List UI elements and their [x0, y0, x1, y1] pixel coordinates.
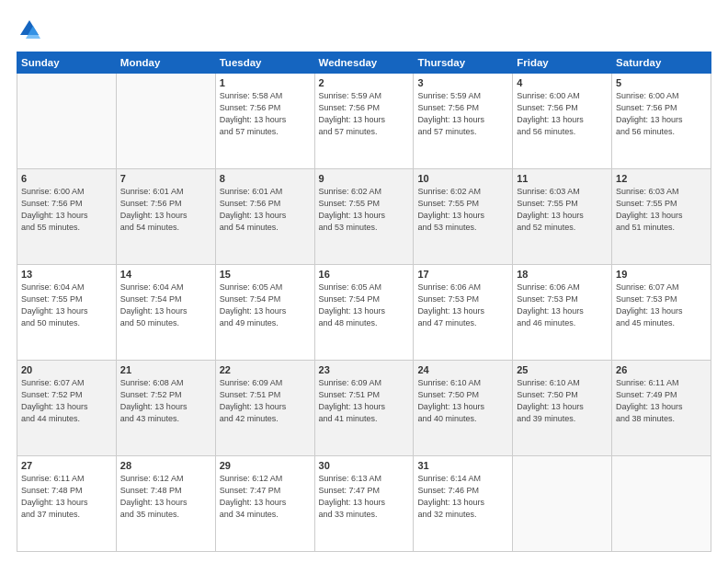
calendar-cell: 2Sunrise: 5:59 AM Sunset: 7:56 PM Daylig…: [314, 74, 414, 169]
calendar-cell: 14Sunrise: 6:04 AM Sunset: 7:54 PM Dayli…: [116, 265, 215, 361]
calendar-cell: 29Sunrise: 6:12 AM Sunset: 7:47 PM Dayli…: [215, 456, 314, 552]
week-row-2: 6Sunrise: 6:00 AM Sunset: 7:56 PM Daylig…: [17, 169, 711, 265]
day-info: Sunrise: 6:04 AM Sunset: 7:55 PM Dayligh…: [21, 282, 112, 329]
calendar-cell: [116, 74, 215, 169]
calendar-cell: 3Sunrise: 5:59 AM Sunset: 7:56 PM Daylig…: [414, 74, 513, 169]
calendar-cell: 8Sunrise: 6:01 AM Sunset: 7:56 PM Daylig…: [215, 169, 314, 265]
day-number: 27: [21, 460, 112, 471]
calendar-cell: 19Sunrise: 6:07 AM Sunset: 7:53 PM Dayli…: [612, 265, 711, 361]
day-info: Sunrise: 6:08 AM Sunset: 7:52 PM Dayligh…: [120, 377, 211, 425]
day-number: 31: [417, 460, 508, 471]
weekday-header-tuesday: Tuesday: [215, 52, 314, 74]
day-info: Sunrise: 6:06 AM Sunset: 7:53 PM Dayligh…: [417, 282, 508, 329]
day-number: 18: [517, 269, 608, 280]
weekday-header-row: SundayMondayTuesdayWednesdayThursdayFrid…: [17, 52, 711, 74]
day-info: Sunrise: 6:02 AM Sunset: 7:55 PM Dayligh…: [319, 186, 410, 234]
day-info: Sunrise: 6:13 AM Sunset: 7:47 PM Dayligh…: [319, 473, 410, 521]
weekday-header-sunday: Sunday: [17, 52, 117, 74]
day-info: Sunrise: 5:59 AM Sunset: 7:56 PM Dayligh…: [417, 90, 508, 138]
day-number: 5: [616, 77, 707, 88]
day-info: Sunrise: 6:05 AM Sunset: 7:54 PM Dayligh…: [220, 282, 311, 329]
calendar-cell: [513, 456, 612, 552]
calendar-cell: 26Sunrise: 6:11 AM Sunset: 7:49 PM Dayli…: [612, 361, 711, 456]
calendar-cell: 7Sunrise: 6:01 AM Sunset: 7:56 PM Daylig…: [116, 169, 215, 265]
weekday-header-thursday: Thursday: [414, 52, 513, 74]
page: SundayMondayTuesdayWednesdayThursdayFrid…: [0, 0, 728, 563]
calendar-cell: 18Sunrise: 6:06 AM Sunset: 7:53 PM Dayli…: [513, 265, 612, 361]
calendar-cell: 1Sunrise: 5:58 AM Sunset: 7:56 PM Daylig…: [215, 74, 314, 169]
day-info: Sunrise: 6:11 AM Sunset: 7:48 PM Dayligh…: [21, 473, 112, 521]
day-info: Sunrise: 6:09 AM Sunset: 7:51 PM Dayligh…: [319, 377, 410, 425]
day-number: 25: [517, 364, 608, 375]
calendar-cell: 5Sunrise: 6:00 AM Sunset: 7:56 PM Daylig…: [612, 74, 711, 169]
calendar-cell: 28Sunrise: 6:12 AM Sunset: 7:48 PM Dayli…: [116, 456, 215, 552]
calendar-cell: 25Sunrise: 6:10 AM Sunset: 7:50 PM Dayli…: [513, 361, 612, 456]
day-info: Sunrise: 6:03 AM Sunset: 7:55 PM Dayligh…: [616, 186, 707, 234]
calendar-cell: 12Sunrise: 6:03 AM Sunset: 7:55 PM Dayli…: [612, 169, 711, 265]
day-number: 9: [319, 173, 410, 184]
day-info: Sunrise: 6:09 AM Sunset: 7:51 PM Dayligh…: [220, 377, 311, 425]
calendar-cell: 6Sunrise: 6:00 AM Sunset: 7:56 PM Daylig…: [17, 169, 117, 265]
day-number: 24: [417, 364, 508, 375]
week-row-1: 1Sunrise: 5:58 AM Sunset: 7:56 PM Daylig…: [17, 74, 711, 169]
day-number: 28: [120, 460, 211, 471]
day-info: Sunrise: 6:07 AM Sunset: 7:53 PM Dayligh…: [616, 282, 707, 329]
day-info: Sunrise: 5:59 AM Sunset: 7:56 PM Dayligh…: [319, 90, 410, 138]
day-number: 2: [319, 77, 410, 88]
day-info: Sunrise: 6:07 AM Sunset: 7:52 PM Dayligh…: [21, 377, 112, 425]
day-info: Sunrise: 6:12 AM Sunset: 7:47 PM Dayligh…: [220, 473, 311, 521]
day-number: 3: [417, 77, 508, 88]
day-number: 19: [616, 269, 707, 280]
day-number: 22: [220, 364, 311, 375]
day-number: 11: [517, 173, 608, 184]
calendar-cell: 31Sunrise: 6:14 AM Sunset: 7:46 PM Dayli…: [414, 456, 513, 552]
weekday-header-saturday: Saturday: [612, 52, 711, 74]
day-info: Sunrise: 6:11 AM Sunset: 7:49 PM Dayligh…: [616, 377, 707, 425]
day-info: Sunrise: 6:06 AM Sunset: 7:53 PM Dayligh…: [517, 282, 608, 329]
day-number: 29: [220, 460, 311, 471]
day-info: Sunrise: 6:02 AM Sunset: 7:55 PM Dayligh…: [417, 186, 508, 234]
day-number: 17: [417, 269, 508, 280]
logo: [17, 17, 46, 42]
day-info: Sunrise: 6:05 AM Sunset: 7:54 PM Dayligh…: [319, 282, 410, 329]
weekday-header-wednesday: Wednesday: [314, 52, 414, 74]
week-row-3: 13Sunrise: 6:04 AM Sunset: 7:55 PM Dayli…: [17, 265, 711, 361]
calendar-cell: 20Sunrise: 6:07 AM Sunset: 7:52 PM Dayli…: [17, 361, 117, 456]
day-number: 10: [417, 173, 508, 184]
logo-icon: [17, 17, 42, 42]
day-info: Sunrise: 6:03 AM Sunset: 7:55 PM Dayligh…: [517, 186, 608, 234]
day-number: 14: [120, 269, 211, 280]
calendar-cell: 13Sunrise: 6:04 AM Sunset: 7:55 PM Dayli…: [17, 265, 117, 361]
day-number: 13: [21, 269, 112, 280]
day-number: 4: [517, 77, 608, 88]
weekday-header-friday: Friday: [513, 52, 612, 74]
day-number: 12: [616, 173, 707, 184]
calendar-table: SundayMondayTuesdayWednesdayThursdayFrid…: [17, 52, 711, 552]
day-info: Sunrise: 6:00 AM Sunset: 7:56 PM Dayligh…: [21, 186, 112, 234]
calendar-cell: [17, 74, 117, 169]
weekday-header-monday: Monday: [116, 52, 215, 74]
day-number: 23: [319, 364, 410, 375]
day-info: Sunrise: 6:04 AM Sunset: 7:54 PM Dayligh…: [120, 282, 211, 329]
week-row-4: 20Sunrise: 6:07 AM Sunset: 7:52 PM Dayli…: [17, 361, 711, 456]
day-info: Sunrise: 6:00 AM Sunset: 7:56 PM Dayligh…: [517, 90, 608, 138]
header: [17, 17, 711, 42]
calendar-cell: 10Sunrise: 6:02 AM Sunset: 7:55 PM Dayli…: [414, 169, 513, 265]
calendar-cell: 30Sunrise: 6:13 AM Sunset: 7:47 PM Dayli…: [314, 456, 414, 552]
calendar-cell: 9Sunrise: 6:02 AM Sunset: 7:55 PM Daylig…: [314, 169, 414, 265]
week-row-5: 27Sunrise: 6:11 AM Sunset: 7:48 PM Dayli…: [17, 456, 711, 552]
day-info: Sunrise: 6:14 AM Sunset: 7:46 PM Dayligh…: [417, 473, 508, 521]
day-number: 6: [21, 173, 112, 184]
day-number: 26: [616, 364, 707, 375]
calendar-cell: 27Sunrise: 6:11 AM Sunset: 7:48 PM Dayli…: [17, 456, 117, 552]
day-info: Sunrise: 6:01 AM Sunset: 7:56 PM Dayligh…: [220, 186, 311, 234]
calendar-cell: 23Sunrise: 6:09 AM Sunset: 7:51 PM Dayli…: [314, 361, 414, 456]
day-info: Sunrise: 6:10 AM Sunset: 7:50 PM Dayligh…: [517, 377, 608, 425]
day-info: Sunrise: 6:10 AM Sunset: 7:50 PM Dayligh…: [417, 377, 508, 425]
calendar-cell: 24Sunrise: 6:10 AM Sunset: 7:50 PM Dayli…: [414, 361, 513, 456]
calendar-cell: 4Sunrise: 6:00 AM Sunset: 7:56 PM Daylig…: [513, 74, 612, 169]
day-number: 21: [120, 364, 211, 375]
calendar-cell: 16Sunrise: 6:05 AM Sunset: 7:54 PM Dayli…: [314, 265, 414, 361]
day-info: Sunrise: 5:58 AM Sunset: 7:56 PM Dayligh…: [220, 90, 311, 138]
day-number: 16: [319, 269, 410, 280]
